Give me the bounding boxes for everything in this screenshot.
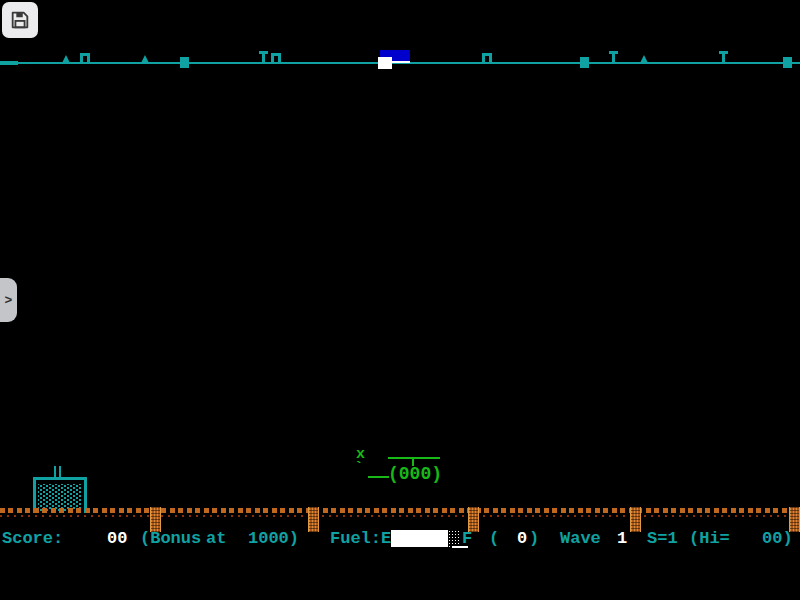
status-segment: F [462, 529, 472, 549]
ground-speckle-row [0, 515, 800, 517]
status-segment: Wave [560, 529, 601, 549]
status-segment: 0 [517, 529, 527, 549]
radar-pi-icon [80, 53, 90, 63]
radar-square-icon [180, 57, 189, 68]
game-screen[interactable]: > x ` (000) Score:00(Bonusat1000)Fuel:EF… [0, 0, 800, 600]
status-segment: Fuel:E [330, 529, 391, 549]
chevron-right-icon: > [5, 293, 13, 308]
fuel-gauge-bar [391, 530, 448, 547]
radar-player-ship-icon [378, 57, 392, 69]
status-segment: 1 [617, 529, 627, 549]
status-segment: (Bonus [140, 529, 201, 549]
drawer-toggle-button[interactable]: > [0, 278, 17, 322]
status-segment: 1000) [248, 529, 299, 549]
plane-tail-boom [368, 476, 389, 478]
status-segment: (Hi= [689, 529, 730, 549]
radar-tree-icon [640, 55, 648, 63]
fuel-gauge-partial-block [448, 530, 461, 547]
radar-pi-icon [482, 53, 492, 63]
plane-nose-char: ` [354, 460, 364, 478]
floppy-disk-icon [9, 9, 31, 31]
radar-t-icon [722, 51, 725, 63]
status-segment: ) [529, 529, 539, 549]
status-segment: at [206, 529, 226, 549]
radar-square-icon [783, 57, 792, 68]
radar-square-icon [580, 57, 589, 68]
radar-pi-icon [271, 53, 281, 63]
ground-brick-row [0, 508, 800, 513]
status-segment: S=1 [647, 529, 678, 549]
save-button[interactable] [2, 2, 38, 38]
depot-fill-pattern [38, 484, 82, 511]
status-segment: Score: [2, 529, 63, 549]
plane-fuselage: (000) [388, 464, 442, 484]
status-bar: Score:00(Bonusat1000)Fuel:EF(0)Wave1S=1(… [0, 529, 800, 549]
status-segment: 00) [762, 529, 793, 549]
status-segment: 00 [107, 529, 127, 549]
status-segment: ( [489, 529, 499, 549]
radar-tree-icon [141, 55, 149, 63]
radar-t-icon [612, 51, 615, 63]
radar-tree-icon [62, 55, 70, 63]
plane-top-wing [388, 457, 440, 459]
radar-t-icon [262, 51, 265, 63]
radar-left-marker [0, 61, 18, 65]
radar-ship-line [392, 61, 410, 63]
